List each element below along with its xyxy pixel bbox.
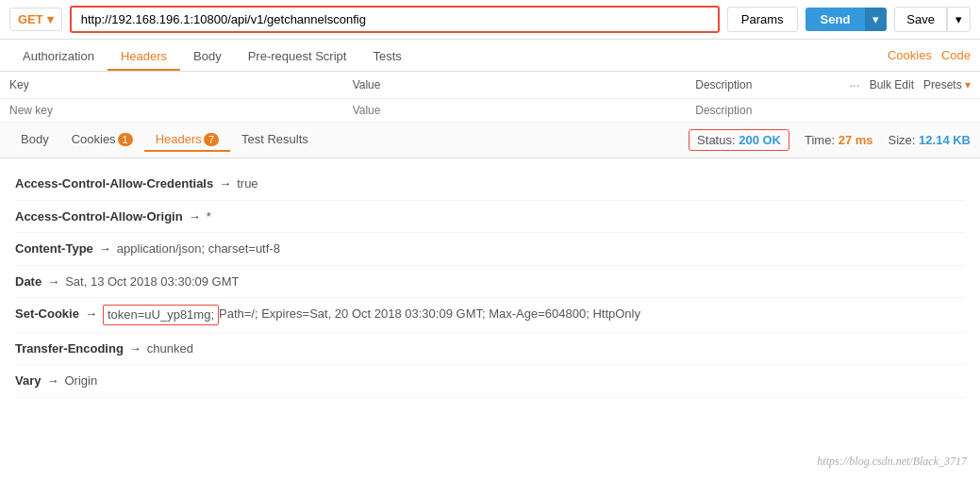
cookies-badge: 1 bbox=[118, 133, 133, 146]
new-key-input[interactable] bbox=[9, 104, 334, 117]
response-bar: Body Cookies1 Headers7 Test Results Stat… bbox=[0, 123, 980, 158]
hdr-val-rest: Path=/; Expires=Sat, 20 Oct 2018 03:30:0… bbox=[219, 305, 640, 325]
header-row-set-cookie: Set-Cookie → token=uU_yp81mg; Path=/; Ex… bbox=[15, 298, 965, 333]
method-label: GET bbox=[18, 12, 43, 26]
params-button[interactable]: Params bbox=[727, 7, 798, 32]
table-actions: Description ··· Bulk Edit Presets ▾ bbox=[695, 77, 971, 92]
hdr-arrow: → bbox=[99, 240, 111, 258]
resp-tab-testresults[interactable]: Test Results bbox=[230, 128, 320, 152]
method-dropdown[interactable]: GET ▾ bbox=[9, 8, 62, 31]
save-group: Save ▾ bbox=[894, 7, 971, 32]
tab-authorization[interactable]: Authorization bbox=[9, 43, 108, 71]
header-row-content-type: Content-Type → application/json; charset… bbox=[15, 233, 965, 266]
response-headers-content: Access-Control-Allow-Credentials → true … bbox=[0, 158, 980, 407]
cookies-link[interactable]: Cookies bbox=[888, 48, 932, 62]
col-key: Key bbox=[0, 72, 343, 99]
header-row-access-control-origin: Access-Control-Allow-Origin → * bbox=[15, 201, 965, 234]
time-value: 27 ms bbox=[839, 133, 873, 147]
hdr-arrow: → bbox=[189, 207, 201, 226]
header-row-transfer-encoding: Transfer-Encoding → chunked bbox=[15, 333, 965, 366]
size-stat: Size: 12.14 KB bbox=[889, 133, 971, 147]
size-value: 12.14 KB bbox=[919, 133, 971, 147]
request-tabs: Authorization Headers Body Pre-request S… bbox=[0, 40, 980, 72]
send-button[interactable]: Send bbox=[806, 8, 866, 31]
resp-tab-headers[interactable]: Headers7 bbox=[144, 128, 230, 152]
hdr-arrow: → bbox=[47, 273, 59, 291]
resp-tab-body[interactable]: Body bbox=[9, 128, 60, 152]
status-box: Status: 200 OK bbox=[689, 129, 789, 151]
size-label: Size: bbox=[889, 133, 916, 147]
hdr-val: chunked bbox=[147, 339, 193, 358]
hdr-val: application/json; charset=utf-8 bbox=[117, 240, 280, 258]
save-dropdown-button[interactable]: ▾ bbox=[947, 7, 971, 32]
save-button[interactable]: Save bbox=[894, 7, 947, 32]
url-input[interactable] bbox=[70, 6, 720, 33]
tab-body[interactable]: Body bbox=[180, 43, 235, 71]
header-row-access-control-credentials: Access-Control-Allow-Credentials → true bbox=[15, 168, 965, 201]
code-link[interactable]: Code bbox=[941, 48, 971, 62]
hdr-val: * bbox=[207, 207, 211, 226]
hdr-arrow: → bbox=[85, 305, 97, 325]
presets-arrow-icon: ▾ bbox=[965, 78, 971, 91]
hdr-val: true bbox=[237, 174, 257, 193]
hdr-arrow: → bbox=[219, 174, 231, 193]
request-headers-table: Key Value Description ··· Bulk Edit Pres… bbox=[0, 72, 980, 123]
new-value-input[interactable] bbox=[353, 104, 677, 117]
hdr-key: Set-Cookie bbox=[15, 305, 79, 325]
resp-tab-cookies[interactable]: Cookies1 bbox=[60, 128, 144, 152]
status-label: Status: bbox=[697, 133, 735, 147]
time-label: Time: bbox=[805, 133, 835, 147]
col-value: Value bbox=[343, 72, 687, 99]
response-stats: Status: 200 OK Time: 27 ms Size: 12.14 K… bbox=[689, 129, 971, 151]
col-description: Description ··· Bulk Edit Presets ▾ bbox=[686, 72, 980, 99]
header-row-vary: Vary → Origin bbox=[15, 365, 965, 398]
send-dropdown-button[interactable]: ▾ bbox=[865, 8, 887, 31]
bulk-edit-button[interactable]: Bulk Edit bbox=[870, 78, 914, 91]
presets-button[interactable]: Presets ▾ bbox=[923, 78, 971, 91]
status-value: 200 OK bbox=[739, 133, 781, 147]
request-tabs-left: Authorization Headers Body Pre-request S… bbox=[9, 43, 415, 71]
tab-tests[interactable]: Tests bbox=[359, 43, 414, 71]
hdr-key: Access-Control-Allow-Origin bbox=[15, 207, 183, 226]
new-desc-input[interactable] bbox=[695, 104, 971, 117]
hdr-val: Sat, 13 Oct 2018 03:30:09 GMT bbox=[65, 273, 239, 291]
hdr-arrow: → bbox=[46, 372, 58, 390]
more-options-icon[interactable]: ··· bbox=[849, 77, 860, 92]
hdr-key: Vary bbox=[15, 372, 41, 390]
hdr-key: Access-Control-Allow-Credentials bbox=[15, 174, 213, 193]
hdr-val-highlight: token=uU_yp81mg; bbox=[103, 305, 219, 325]
tab-headers[interactable]: Headers bbox=[108, 43, 180, 71]
hdr-arrow: → bbox=[129, 339, 141, 358]
hdr-key: Date bbox=[15, 273, 42, 291]
response-tabs: Body Cookies1 Headers7 Test Results bbox=[9, 128, 320, 152]
new-header-row bbox=[0, 99, 980, 123]
method-chevron: ▾ bbox=[47, 12, 54, 26]
hdr-val: Origin bbox=[64, 372, 97, 390]
send-group: Send ▾ bbox=[806, 8, 888, 31]
tab-prerequest[interactable]: Pre-request Script bbox=[235, 43, 360, 71]
header-row-date: Date → Sat, 13 Oct 2018 03:30:09 GMT bbox=[15, 266, 965, 299]
time-stat: Time: 27 ms bbox=[805, 133, 873, 147]
hdr-key: Transfer-Encoding bbox=[15, 339, 124, 358]
request-tabs-right: Cookies Code bbox=[888, 48, 971, 66]
headers-badge: 7 bbox=[204, 133, 219, 146]
top-bar: GET ▾ Params Send ▾ Save ▾ bbox=[0, 0, 980, 40]
hdr-key: Content-Type bbox=[15, 240, 93, 258]
